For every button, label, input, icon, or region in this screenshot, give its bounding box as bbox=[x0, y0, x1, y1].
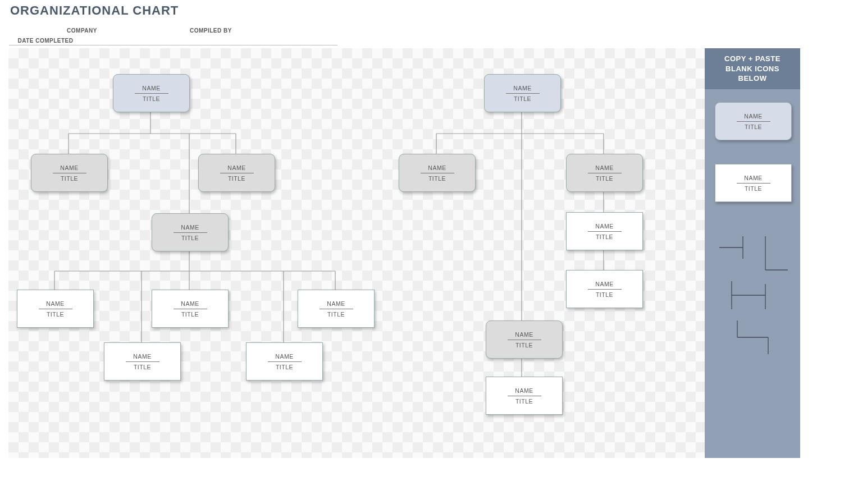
meta-row: COMPANY COMPILED BY DATE COMPLETED bbox=[9, 25, 337, 45]
org-chart-canvas[interactable]: NAMETITLE NAMETITLE NAMETITLE NAMETITLE … bbox=[8, 48, 705, 458]
node-name: NAME bbox=[46, 300, 64, 307]
connector-template-t[interactable] bbox=[715, 233, 791, 273]
node-name: NAME bbox=[142, 85, 160, 91]
org-node[interactable]: NAMETITLE bbox=[198, 154, 275, 192]
node-name: NAME bbox=[133, 353, 151, 360]
connector-template-step[interactable] bbox=[715, 318, 791, 357]
node-name: NAME bbox=[513, 85, 531, 91]
node-title: TITLE bbox=[327, 311, 345, 318]
node-title: TITLE bbox=[596, 233, 613, 240]
org-node-root-right[interactable]: NAMETITLE bbox=[484, 74, 561, 112]
meta-compiled-by: COMPILED BY bbox=[157, 26, 264, 35]
template-node-blue[interactable]: NAME TITLE bbox=[715, 102, 792, 140]
meta-date-completed: DATE COMPLETED bbox=[9, 36, 82, 45]
node-title: TITLE bbox=[745, 185, 762, 192]
node-title: TITLE bbox=[515, 398, 533, 405]
node-title: TITLE bbox=[181, 311, 199, 318]
node-name: NAME bbox=[275, 353, 293, 360]
node-title: TITLE bbox=[515, 342, 533, 349]
org-node[interactable]: NAMETITLE bbox=[31, 154, 108, 192]
org-node[interactable]: NAMETITLE bbox=[486, 320, 563, 359]
node-title: TITLE bbox=[428, 175, 446, 182]
org-node[interactable]: NAMETITLE bbox=[246, 342, 323, 381]
node-name: NAME bbox=[60, 164, 78, 171]
org-node[interactable]: NAMETITLE bbox=[566, 212, 643, 250]
node-name: NAME bbox=[181, 224, 199, 231]
page-title: ORGANIZATIONAL CHART bbox=[10, 3, 179, 18]
sb-h2: BLANK ICONS bbox=[725, 65, 779, 73]
sidebar-heading: COPY + PASTE BLANK ICONS BELOW bbox=[705, 48, 800, 89]
node-title: TITLE bbox=[514, 95, 531, 102]
org-node-root-left[interactable]: NAMETITLE bbox=[113, 74, 190, 112]
org-node[interactable]: NAMETITLE bbox=[17, 290, 94, 328]
node-name: NAME bbox=[744, 175, 762, 181]
sb-h3: BELOW bbox=[738, 74, 767, 83]
node-name: NAME bbox=[327, 300, 345, 307]
org-node[interactable]: NAMETITLE bbox=[566, 154, 643, 192]
org-node[interactable]: NAMETITLE bbox=[152, 213, 229, 251]
node-name: NAME bbox=[227, 164, 245, 171]
node-name: NAME bbox=[595, 281, 613, 287]
node-title: TITLE bbox=[47, 311, 64, 318]
node-title: TITLE bbox=[745, 123, 762, 130]
template-node-white[interactable]: NAME TITLE bbox=[715, 164, 792, 202]
node-name: NAME bbox=[595, 164, 613, 171]
sidebar-templates: COPY + PASTE BLANK ICONS BELOW NAME TITL… bbox=[705, 48, 800, 458]
org-node[interactable]: NAMETITLE bbox=[399, 154, 476, 192]
node-name: NAME bbox=[515, 387, 533, 394]
node-title: TITLE bbox=[143, 95, 160, 102]
org-node[interactable]: NAMETITLE bbox=[152, 290, 229, 328]
node-name: NAME bbox=[595, 223, 613, 230]
node-title: TITLE bbox=[228, 175, 245, 182]
node-name: NAME bbox=[744, 113, 762, 120]
org-node[interactable]: NAMETITLE bbox=[104, 342, 181, 381]
node-title: TITLE bbox=[61, 175, 78, 182]
node-title: TITLE bbox=[596, 291, 613, 298]
org-node[interactable]: NAMETITLE bbox=[566, 270, 643, 308]
node-title: TITLE bbox=[596, 175, 613, 182]
sb-h1: COPY + PASTE bbox=[724, 54, 781, 63]
connectors bbox=[8, 48, 705, 458]
meta-company: COMPANY bbox=[9, 26, 155, 35]
org-node[interactable]: NAMETITLE bbox=[298, 290, 375, 328]
node-name: NAME bbox=[181, 300, 199, 307]
node-name: NAME bbox=[515, 331, 533, 338]
node-title: TITLE bbox=[181, 235, 199, 241]
org-node[interactable]: NAMETITLE bbox=[486, 377, 563, 415]
node-title: TITLE bbox=[276, 364, 293, 370]
node-title: TITLE bbox=[134, 364, 151, 370]
connector-template-l[interactable] bbox=[715, 278, 791, 312]
node-name: NAME bbox=[428, 164, 446, 171]
